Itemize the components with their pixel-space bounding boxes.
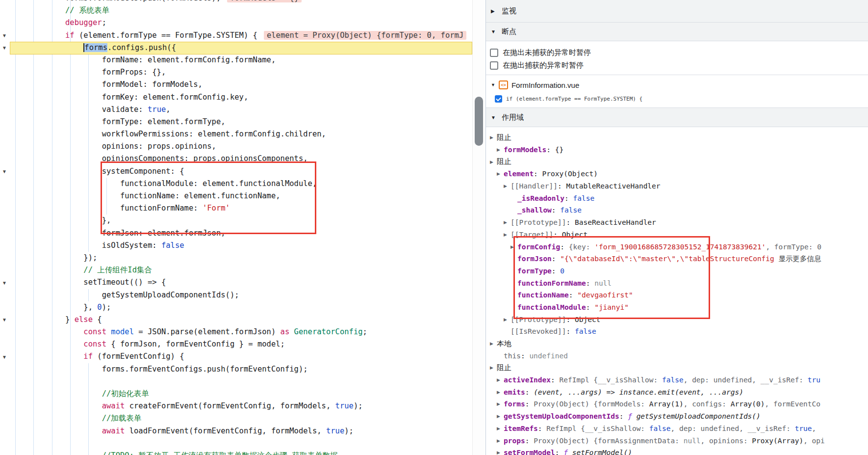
- disclosure-triangle-icon[interactable]: ▶: [490, 365, 497, 370]
- checkbox-unchecked-icon[interactable]: [490, 61, 498, 70]
- scope-row[interactable]: ▶props: Proxy(Object) {formAssignmentDat…: [486, 434, 868, 447]
- disclosure-triangle-icon[interactable]: ▶: [497, 147, 504, 152]
- scope-row[interactable]: ▶阻止: [486, 156, 868, 168]
- fold-marker-icon[interactable]: ▼: [2, 45, 7, 51]
- scope-row[interactable]: _shallow: false: [486, 204, 868, 216]
- code-line[interactable]: formModel: formModels,: [10, 79, 472, 91]
- code-line[interactable]: });: [10, 252, 472, 264]
- scope-row[interactable]: ▶阻止: [486, 362, 868, 374]
- disclosure-triangle-icon[interactable]: ▶: [504, 232, 511, 237]
- scope-section-header[interactable]: ▼ 作用域: [486, 107, 868, 127]
- code-line[interactable]: const { formJson, formEventConfig } = mo…: [10, 338, 472, 350]
- scope-row[interactable]: ▶[[Handler]]: MutableReactiveHandler: [486, 180, 868, 192]
- disclosure-triangle-icon[interactable]: ▶: [490, 135, 497, 140]
- code-line[interactable]: functionName: element.functionName,: [10, 190, 472, 202]
- code-line[interactable]: await loadFormEvent(formEventConfig, for…: [10, 425, 472, 437]
- watch-section-header[interactable]: ▶ 监视: [486, 0, 868, 23]
- code-line[interactable]: const model = JSON.parse(element.formJso…: [10, 326, 472, 338]
- code-line[interactable]: setTimeout(() => {: [10, 276, 472, 289]
- scope-row[interactable]: formJson: "{\"databaseId\":\"master\",\"…: [486, 253, 868, 265]
- fold-marker-icon[interactable]: ▼: [2, 354, 7, 360]
- code-line[interactable]: opinionsComponents: props.opinionsCompon…: [10, 153, 472, 165]
- disclosure-triangle-icon[interactable]: ▶: [497, 426, 504, 431]
- code-line[interactable]: debugger;: [10, 17, 472, 29]
- fold-marker-icon[interactable]: ▼: [2, 280, 7, 286]
- scope-row[interactable]: [[IsRevoked]]: false: [486, 325, 868, 338]
- fold-marker-icon[interactable]: ▼: [2, 317, 7, 323]
- scope-row[interactable]: functionFormName: null: [486, 277, 868, 289]
- code-line[interactable]: if (formEventConfig) {: [10, 350, 472, 363]
- code-line[interactable]: //初始化表单: [10, 388, 472, 400]
- disclosure-triangle-icon[interactable]: ▶: [497, 414, 504, 419]
- scope-row[interactable]: functionalModule: "jianyi": [486, 301, 868, 314]
- pause-caught-exceptions-row[interactable]: 在抛出捕获的异常时暂停: [486, 59, 584, 72]
- code-line[interactable]: formKey: element.formConfig.key,: [10, 91, 472, 104]
- scrollbar-thumb[interactable]: [475, 97, 483, 146]
- code-line[interactable]: workflowPermissions: element.formConfig.…: [10, 128, 472, 140]
- breakpoint-file-row[interactable]: ▼ <> FormInformation.vue: [486, 79, 579, 91]
- code-line[interactable]: forms.formEventConfigs.push(formEventCon…: [10, 363, 472, 375]
- code-line[interactable]: forms.configs.push({: [10, 42, 472, 54]
- code-line[interactable]: }, 0);: [10, 301, 472, 314]
- scope-row[interactable]: ▶[[Target]]: Object: [486, 229, 868, 241]
- disclosure-triangle-icon[interactable]: ▶: [497, 401, 504, 406]
- scope-row[interactable]: ▶setFormModel: ƒ setFormModel(): [486, 447, 868, 455]
- disclosure-triangle-icon[interactable]: ▶: [497, 171, 504, 176]
- chevron-down-icon[interactable]: ▼: [491, 82, 495, 87]
- code-line[interactable]: functionalModule: element.functionalModu…: [10, 178, 472, 190]
- scope-row[interactable]: ▶activeIndex: RefImpl {__v_isShallow: fa…: [486, 374, 868, 386]
- checkbox-unchecked-icon[interactable]: [490, 49, 498, 57]
- scope-row[interactable]: ▶getSystemUploadComponentIds: ƒ getSyste…: [486, 410, 868, 423]
- code-line[interactable]: opinions: props.opinions,: [10, 140, 472, 153]
- code-line[interactable]: forms.formModels.push(formModels);formMo…: [10, 0, 472, 4]
- editor-scrollbar[interactable]: [472, 0, 486, 455]
- disclosure-triangle-icon[interactable]: ▶: [497, 450, 504, 455]
- code-line[interactable]: await createFormEvent(formEventConfig, f…: [10, 400, 472, 412]
- code-line[interactable]: [10, 437, 472, 450]
- source-editor[interactable]: forms.formModels.push(formModels);formMo…: [0, 0, 472, 455]
- breakpoints-section-header[interactable]: ▼ 断点: [486, 23, 868, 41]
- disclosure-triangle-icon[interactable]: ▶: [497, 377, 504, 382]
- code-line[interactable]: formProps: {},: [10, 66, 472, 79]
- code-line[interactable]: if (element.formType == FormType.SYSTEM)…: [10, 29, 472, 42]
- scope-row[interactable]: _isReadonly: false: [486, 192, 868, 204]
- code-line[interactable]: validate: true,: [10, 104, 472, 116]
- code-line[interactable]: },: [10, 214, 472, 227]
- scope-row[interactable]: ▶formConfig: {key: 'form_190016868572830…: [486, 241, 868, 253]
- disclosure-triangle-icon[interactable]: ▶: [497, 390, 504, 395]
- code-line[interactable]: // 上传组件Id集合: [10, 264, 472, 276]
- code-line[interactable]: isOldSystem: false: [10, 240, 472, 252]
- code-line[interactable]: formName: element.formConfig.formName,: [10, 54, 472, 66]
- scope-row[interactable]: ▶itemRefs: RefImpl {__v_isShallow: false…: [486, 423, 868, 435]
- scope-row[interactable]: ▶[[Prototype]]: BaseReactiveHandler: [486, 216, 868, 229]
- disclosure-triangle-icon[interactable]: ▶: [490, 341, 497, 346]
- checkbox-checked-icon[interactable]: [495, 95, 502, 103]
- code-line[interactable]: } else {: [10, 314, 472, 326]
- code-line[interactable]: getSystemUploadComponentIds();: [10, 289, 472, 301]
- disclosure-triangle-icon[interactable]: ▶: [504, 184, 511, 188]
- scope-token[interactable]: 显示更多信息: [774, 254, 821, 264]
- code-line[interactable]: // 系统表单: [10, 4, 472, 17]
- scope-row[interactable]: ▶element: Proxy(Object): [486, 168, 868, 180]
- code-line[interactable]: functionFormName: 'Form': [10, 202, 472, 214]
- scope-row[interactable]: ▶[[Prototype]]: Object: [486, 313, 868, 325]
- pause-uncaught-exceptions-row[interactable]: 在抛出未捕获的异常时暂停: [486, 46, 591, 59]
- code-line[interactable]: systemComponent: {: [10, 165, 472, 178]
- code-line[interactable]: formJson: element.formJson,: [10, 227, 472, 240]
- fold-marker-icon[interactable]: ▼: [2, 169, 7, 175]
- disclosure-triangle-icon[interactable]: ▶: [497, 438, 504, 443]
- code-line[interactable]: [10, 375, 472, 388]
- disclosure-triangle-icon[interactable]: ▶: [490, 160, 497, 164]
- fold-marker-icon[interactable]: ▼: [2, 33, 7, 39]
- scope-row[interactable]: this: undefined: [486, 349, 868, 362]
- scope-row[interactable]: ▶本地: [486, 338, 868, 350]
- disclosure-triangle-icon[interactable]: ▶: [511, 244, 517, 249]
- disclosure-triangle-icon[interactable]: ▶: [504, 317, 511, 322]
- scope-row[interactable]: ▶阻止: [486, 132, 868, 144]
- disclosure-triangle-icon[interactable]: ▶: [504, 220, 511, 225]
- code-line[interactable]: formType: element.formType,: [10, 116, 472, 128]
- scope-row[interactable]: ▶emits: (event, ...args) => instance.emi…: [486, 386, 868, 398]
- scope-row[interactable]: ▶formModels: {}: [486, 144, 868, 156]
- code-line[interactable]: //TODO: 暂不放开 工作流没有获取表单数据这个步骤 获取表单数据: [10, 450, 472, 455]
- scope-row[interactable]: formType: 0: [486, 265, 868, 277]
